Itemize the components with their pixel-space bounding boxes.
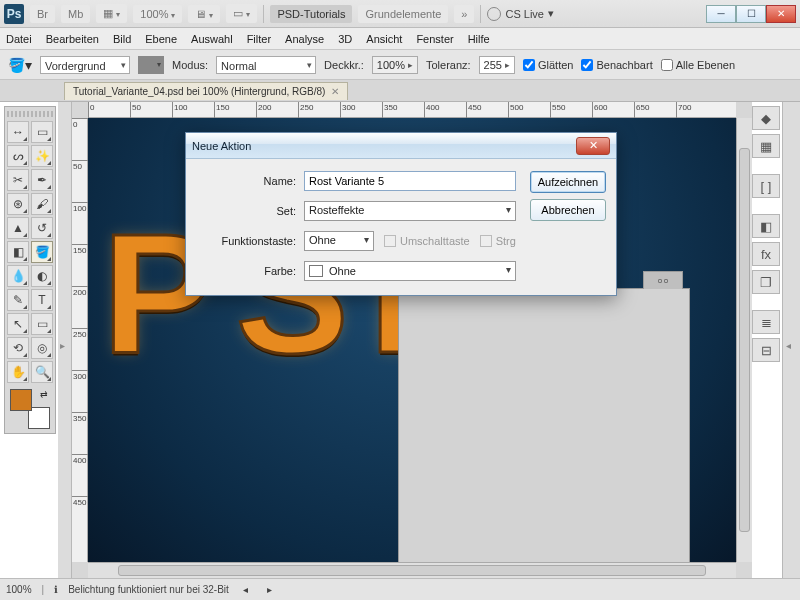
- brush-tool[interactable]: 🖌: [31, 193, 53, 215]
- menu-auswahl[interactable]: Auswahl: [191, 33, 233, 45]
- pattern-swatch[interactable]: [138, 56, 164, 74]
- workspace-grundelemente[interactable]: Grundelemente: [358, 5, 448, 23]
- menu-datei[interactable]: Datei: [6, 33, 32, 45]
- type-tool[interactable]: T: [31, 289, 53, 311]
- name-field[interactable]: [304, 171, 516, 191]
- crop-tool[interactable]: ✂: [7, 169, 29, 191]
- extras-button[interactable]: 🖥: [188, 5, 220, 23]
- dodge-tool[interactable]: ◐: [31, 265, 53, 287]
- zoom-tool[interactable]: 🔍: [31, 361, 53, 383]
- deckkraft-field[interactable]: 100%: [372, 56, 418, 74]
- dialog-titlebar[interactable]: Neue Aktion ✕: [186, 133, 616, 159]
- status-right-arrow[interactable]: ▸: [263, 584, 277, 595]
- menu-fenster[interactable]: Fenster: [416, 33, 453, 45]
- bucket-tool[interactable]: 🪣: [31, 241, 53, 263]
- workspace-more[interactable]: »: [454, 5, 474, 23]
- set-label: Set:: [196, 205, 296, 217]
- status-left-arrow[interactable]: ◂: [239, 584, 253, 595]
- ruler-vertical[interactable]: 050100150200250300350400450: [72, 118, 88, 562]
- eyedrop-tool[interactable]: ✒: [31, 169, 53, 191]
- fgbg-colors[interactable]: ⇄: [10, 389, 50, 429]
- lasso-tool[interactable]: ᔕ: [7, 145, 29, 167]
- toleranz-field[interactable]: 255: [479, 56, 515, 74]
- close-button[interactable]: ✕: [766, 5, 796, 23]
- bridge-button[interactable]: Br: [30, 5, 55, 23]
- minibridge-button[interactable]: Mb: [61, 5, 90, 23]
- heal-tool[interactable]: ⊛: [7, 193, 29, 215]
- path-tool[interactable]: ↖: [7, 313, 29, 335]
- dock-swatches-icon[interactable]: ▦: [752, 134, 780, 158]
- 3d-tool[interactable]: ⟲: [7, 337, 29, 359]
- move-tool[interactable]: ↔: [7, 121, 29, 143]
- status-zoom[interactable]: 100%: [6, 584, 32, 595]
- panel-handle[interactable]: [7, 111, 53, 117]
- cancel-button[interactable]: Abbrechen: [530, 199, 606, 221]
- ctrl-checkbox: Strg: [480, 235, 516, 247]
- wand-tool[interactable]: ✨: [31, 145, 53, 167]
- left-expand-strip[interactable]: [58, 102, 72, 578]
- dock-color-icon[interactable]: ◆: [752, 106, 780, 130]
- zoom-dropdown[interactable]: 100%: [133, 5, 182, 23]
- menu-analyse[interactable]: Analyse: [285, 33, 324, 45]
- alleebenen-checkbox[interactable]: Alle Ebenen: [661, 59, 735, 71]
- cslive-button[interactable]: CS Live ▾: [487, 7, 554, 21]
- history-brush-tool[interactable]: ↺: [31, 217, 53, 239]
- scrollbar-horizontal[interactable]: [88, 562, 736, 578]
- menu-ansicht[interactable]: Ansicht: [366, 33, 402, 45]
- dock-channels-icon[interactable]: ≣: [752, 310, 780, 334]
- titlebar: Ps Br Mb ▦ 100% 🖥 ▭ PSD-Tutorials Grunde…: [0, 0, 800, 28]
- pen-tool[interactable]: ✎: [7, 289, 29, 311]
- menu-bild[interactable]: Bild: [113, 33, 131, 45]
- statusbar: 100% | ℹ Belichtung funktioniert nur bei…: [0, 578, 800, 600]
- dock-adjust-icon[interactable]: [ ]: [752, 174, 780, 198]
- hand-tool[interactable]: ✋: [7, 361, 29, 383]
- marquee-tool[interactable]: ▭: [31, 121, 53, 143]
- document-tab-label: Tutorial_Variante_04.psd bei 100% (Hinte…: [73, 86, 325, 97]
- separator: [480, 5, 481, 23]
- menu-ebene[interactable]: Ebene: [145, 33, 177, 45]
- dock-style-icon[interactable]: fx: [752, 242, 780, 266]
- eraser-tool[interactable]: ◧: [7, 241, 29, 263]
- benachbart-checkbox[interactable]: Benachbart: [581, 59, 652, 71]
- dock-mask-icon[interactable]: ◧: [752, 214, 780, 238]
- menubar: Datei Bearbeiten Bild Ebene Auswahl Filt…: [0, 28, 800, 50]
- screenlayout-button[interactable]: ▭: [226, 4, 257, 23]
- menu-3d[interactable]: 3D: [338, 33, 352, 45]
- shape-tool[interactable]: ▭: [31, 313, 53, 335]
- bucket-icon[interactable]: 🪣▾: [8, 57, 32, 73]
- modus-dropdown[interactable]: Normal: [216, 56, 316, 74]
- maximize-button[interactable]: ☐: [736, 5, 766, 23]
- actions-panel-tab[interactable]: [643, 271, 683, 289]
- menu-filter[interactable]: Filter: [247, 33, 271, 45]
- workspace-psdtutorials[interactable]: PSD-Tutorials: [270, 5, 352, 23]
- swap-colors-icon[interactable]: ⇄: [40, 389, 48, 399]
- document-tab[interactable]: Tutorial_Variante_04.psd bei 100% (Hinte…: [64, 82, 348, 100]
- dock-paths-icon[interactable]: ⊟: [752, 338, 780, 362]
- set-dropdown[interactable]: Rosteffekte: [304, 201, 516, 221]
- doctabbar: Tutorial_Variante_04.psd bei 100% (Hinte…: [0, 80, 800, 102]
- color-dropdown[interactable]: Ohne: [304, 261, 516, 281]
- ground-dropdown[interactable]: Vordergrund: [40, 56, 130, 74]
- fkey-dropdown[interactable]: Ohne: [304, 231, 374, 251]
- status-message: Belichtung funktioniert nur bei 32-Bit: [68, 584, 229, 595]
- record-button[interactable]: Aufzeichnen: [530, 171, 606, 193]
- status-info-icon[interactable]: ℹ: [54, 584, 58, 595]
- dialog-close-button[interactable]: ✕: [576, 137, 610, 155]
- dock-layers-icon[interactable]: ❐: [752, 270, 780, 294]
- 3dcam-tool[interactable]: ◎: [31, 337, 53, 359]
- menu-bearbeiten[interactable]: Bearbeiten: [46, 33, 99, 45]
- glaetten-checkbox[interactable]: Glätten: [523, 59, 573, 71]
- stamp-tool[interactable]: ▲: [7, 217, 29, 239]
- actions-panel[interactable]: ■ ● ▶ 🗀 ⊞ 🗑: [398, 288, 690, 562]
- layout-button[interactable]: ▦: [96, 4, 127, 23]
- fg-color[interactable]: [10, 389, 32, 411]
- tab-close-icon[interactable]: ✕: [331, 86, 339, 97]
- ruler-horizontal[interactable]: 0501001502002503003504004505005506006507…: [88, 102, 736, 118]
- minimize-button[interactable]: ─: [706, 5, 736, 23]
- menu-hilfe[interactable]: Hilfe: [468, 33, 490, 45]
- toleranz-label: Toleranz:: [426, 59, 471, 71]
- blur-tool[interactable]: 💧: [7, 265, 29, 287]
- scrollbar-vertical[interactable]: [736, 118, 752, 562]
- right-expand-strip[interactable]: [782, 102, 800, 578]
- modus-label: Modus:: [172, 59, 208, 71]
